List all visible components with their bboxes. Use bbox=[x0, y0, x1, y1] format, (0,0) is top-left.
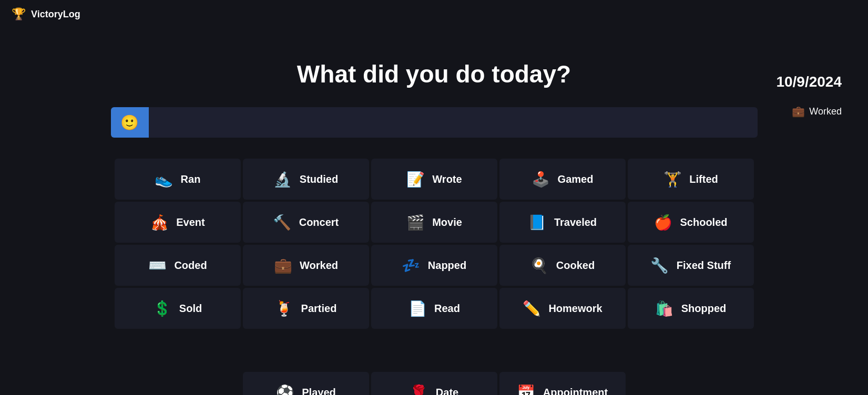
activity-btn-shopped[interactable]: 🛍️ Shopped bbox=[628, 288, 754, 329]
activity-btn-wrote[interactable]: 📝 Wrote bbox=[371, 159, 497, 200]
activity-btn-coded[interactable]: ⌨️ Coded bbox=[115, 245, 241, 286]
app-header: 🏆 VictoryLog bbox=[0, 0, 868, 28]
activity-btn-schooled[interactable]: 🍎 Schooled bbox=[628, 202, 754, 243]
activity-icon-schooled: 🍎 bbox=[653, 214, 672, 231]
activity-btn-worked[interactable]: 💼 Worked bbox=[243, 245, 369, 286]
activity-label-wrote: Wrote bbox=[432, 173, 462, 185]
activity-icon-read: 📄 bbox=[408, 300, 427, 317]
worked-indicator-label: Worked bbox=[809, 106, 842, 117]
activity-icon-wrote: 📝 bbox=[406, 171, 425, 188]
activity-label-fixed-stuff: Fixed Stuff bbox=[677, 259, 731, 272]
activity-icon-napped: 💤 bbox=[402, 257, 421, 274]
activity-label-event: Event bbox=[176, 216, 205, 228]
activity-icon-played: ⚽ bbox=[275, 384, 294, 396]
activity-icon-event: 🎪 bbox=[150, 214, 169, 231]
activity-btn-read[interactable]: 📄 Read bbox=[371, 288, 497, 329]
activity-icon-appointment: 📅 bbox=[517, 384, 536, 396]
activity-btn-fixed-stuff[interactable]: 🔧 Fixed Stuff bbox=[628, 245, 754, 286]
activity-label-coded: Coded bbox=[174, 259, 207, 272]
activity-btn-movie[interactable]: 🎬 Movie bbox=[371, 202, 497, 243]
activity-btn-cooked[interactable]: 🍳 Cooked bbox=[499, 245, 626, 286]
activity-label-played: Played bbox=[302, 387, 335, 396]
worked-indicator: 💼 Worked bbox=[792, 105, 842, 118]
activity-label-sold: Sold bbox=[179, 303, 202, 315]
activity-label-traveled: Traveled bbox=[554, 216, 597, 228]
emoji-button[interactable]: 🙂 bbox=[111, 107, 149, 138]
worked-indicator-icon: 💼 bbox=[792, 105, 805, 118]
activity-label-lifted: Lifted bbox=[689, 173, 718, 185]
activity-icon-coded: ⌨️ bbox=[148, 257, 167, 274]
activity-label-schooled: Schooled bbox=[680, 216, 727, 228]
activity-label-concert: Concert bbox=[299, 216, 339, 228]
activity-label-studied: Studied bbox=[300, 173, 338, 185]
activity-btn-sold[interactable]: 💲 Sold bbox=[115, 288, 241, 329]
activity-icon-ran: 👟 bbox=[155, 171, 173, 188]
activity-icon-partied: 🍹 bbox=[275, 300, 294, 317]
search-input[interactable] bbox=[149, 107, 758, 138]
activity-icon-date: 🌹 bbox=[410, 384, 428, 396]
activity-label-movie: Movie bbox=[432, 216, 462, 228]
activity-icon-traveled: 📘 bbox=[528, 214, 547, 231]
activity-btn-date[interactable]: 🌹 Date bbox=[371, 372, 497, 395]
logo-icon: 🏆 bbox=[12, 7, 26, 21]
page-heading: What did you do today? bbox=[297, 60, 571, 88]
date-display: 10/9/2024 bbox=[776, 74, 842, 90]
activity-btn-event[interactable]: 🎪 Event bbox=[115, 202, 241, 243]
activity-label-cooked: Cooked bbox=[556, 259, 595, 272]
app-title: VictoryLog bbox=[31, 9, 80, 20]
activity-btn-homework[interactable]: ✏️ Homework bbox=[499, 288, 626, 329]
activity-icon-movie: 🎬 bbox=[406, 214, 425, 231]
activity-btn-played[interactable]: ⚽ Played bbox=[243, 372, 369, 395]
activity-icon-shopped: 🛍️ bbox=[655, 300, 674, 317]
activity-label-partied: Partied bbox=[301, 303, 337, 315]
activity-label-date: Date bbox=[436, 387, 458, 396]
search-bar-row: 🙂 bbox=[111, 107, 758, 138]
activity-grid-bottom: ⚽ Played 🌹 Date 📅 Appointment bbox=[243, 372, 626, 395]
emoji-icon: 🙂 bbox=[120, 114, 139, 131]
activity-label-appointment: Appointment bbox=[543, 387, 608, 396]
activity-btn-napped[interactable]: 💤 Napped bbox=[371, 245, 497, 286]
activity-icon-lifted: 🏋️ bbox=[663, 171, 682, 188]
activity-grid: 👟 Ran 🔬 Studied 📝 Wrote 🕹️ Gamed 🏋️ Lift… bbox=[115, 159, 754, 372]
activity-btn-lifted[interactable]: 🏋️ Lifted bbox=[628, 159, 754, 200]
activity-btn-gamed[interactable]: 🕹️ Gamed bbox=[499, 159, 626, 200]
activity-label-worked: Worked bbox=[300, 259, 338, 272]
activity-btn-studied[interactable]: 🔬 Studied bbox=[243, 159, 369, 200]
activity-label-gamed: Gamed bbox=[558, 173, 594, 185]
activity-label-homework: Homework bbox=[548, 303, 602, 315]
activity-icon-studied: 🔬 bbox=[273, 171, 292, 188]
activity-btn-appointment[interactable]: 📅 Appointment bbox=[499, 372, 626, 395]
activity-label-shopped: Shopped bbox=[681, 303, 727, 315]
activity-btn-ran[interactable]: 👟 Ran bbox=[115, 159, 241, 200]
activity-label-read: Read bbox=[434, 303, 460, 315]
activity-icon-worked: 💼 bbox=[273, 257, 292, 274]
activity-icon-gamed: 🕹️ bbox=[532, 171, 550, 188]
activity-icon-cooked: 🍳 bbox=[530, 257, 549, 274]
activity-btn-concert[interactable]: 🔨 Concert bbox=[243, 202, 369, 243]
activity-icon-homework: ✏️ bbox=[522, 300, 541, 317]
activity-btn-traveled[interactable]: 📘 Traveled bbox=[499, 202, 626, 243]
activity-label-napped: Napped bbox=[428, 259, 466, 272]
main-content: What did you do today? 🙂 👟 Ran 🔬 Studied… bbox=[0, 28, 868, 395]
activity-icon-sold: 💲 bbox=[153, 300, 172, 317]
activity-label-ran: Ran bbox=[181, 173, 201, 185]
activity-btn-partied[interactable]: 🍹 Partied bbox=[243, 288, 369, 329]
activity-icon-concert: 🔨 bbox=[273, 214, 292, 231]
activity-icon-fixed-stuff: 🔧 bbox=[650, 257, 669, 274]
